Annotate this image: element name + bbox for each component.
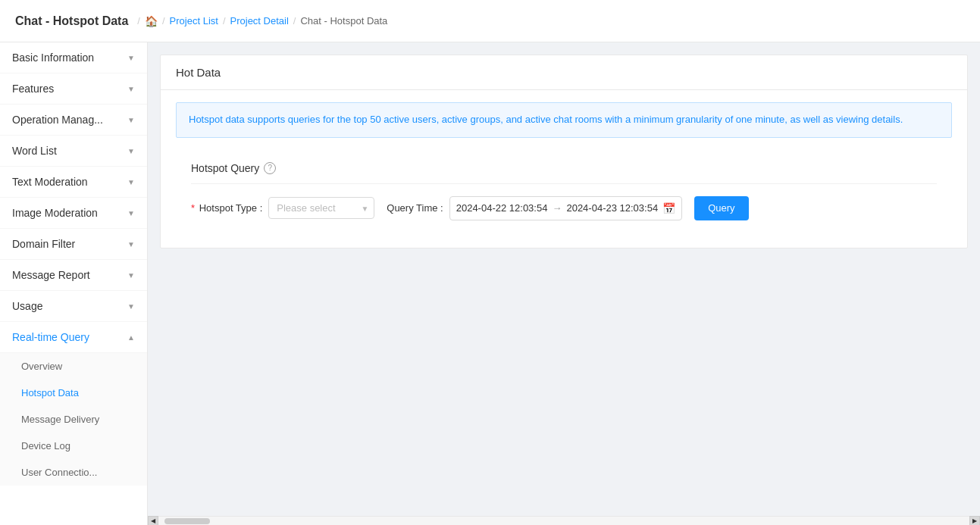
sidebar-item-operation-manage[interactable]: Operation Manag... ▼: [0, 105, 147, 136]
chevron-down-icon: ▼: [127, 54, 135, 62]
sidebar-item-usage[interactable]: Usage ▼: [0, 291, 147, 322]
sidebar-item-basic-information[interactable]: Basic Information ▼: [0, 42, 147, 73]
query-time-label: Query Time :: [387, 202, 443, 214]
sidebar-item-text-moderation[interactable]: Text Moderation ▼: [0, 167, 147, 198]
sidebar-sub-item-label: Message Delivery: [21, 414, 99, 425]
main-content: Hot Data Hotspot data supports queries f…: [148, 42, 980, 525]
breadcrumb-current: Chat - Hotspot Data: [300, 15, 387, 27]
hotspot-type-select[interactable]: Please select: [268, 197, 374, 219]
date-separator: →: [552, 202, 562, 214]
sidebar-item-features[interactable]: Features ▼: [0, 73, 147, 105]
query-time-form-item: Query Time : 2024-04-22 12:03:54 → 2024-…: [387, 196, 682, 220]
sidebar-item-label: Text Moderation: [12, 176, 88, 188]
header: Chat - Hotspot Data / 🏠 / Project List /…: [0, 0, 980, 42]
hotspot-type-label: * Hotspot Type :: [191, 202, 262, 214]
sidebar-item-label: Operation Manag...: [12, 114, 103, 126]
hot-data-card-header: Hot Data: [161, 55, 967, 90]
sidebar-sub-item-label: User Connectio...: [21, 467, 97, 478]
chevron-down-icon: ▼: [127, 209, 135, 217]
main-scroll-area[interactable]: Hot Data Hotspot data supports queries f…: [148, 42, 980, 516]
date-start: 2024-04-22 12:03:54: [456, 202, 548, 214]
sidebar: Basic Information ▼ Features ▼ Operation…: [0, 42, 148, 525]
sidebar-item-label: Domain Filter: [12, 238, 75, 250]
sidebar-item-real-time-query[interactable]: Real-time Query ▲: [0, 322, 147, 353]
scroll-left-arrow[interactable]: ◀: [148, 516, 158, 526]
scroll-thumb[interactable]: [164, 518, 210, 524]
home-icon[interactable]: 🏠: [145, 15, 158, 27]
sidebar-sub-item-hotspot-data[interactable]: Hotspot Data: [0, 380, 147, 406]
hotspot-type-select-wrapper: Please select ▼: [268, 197, 374, 219]
chevron-down-icon: ▼: [127, 178, 135, 186]
date-range-picker[interactable]: 2024-04-22 12:03:54 → 2024-04-23 12:03:5…: [449, 196, 682, 220]
breadcrumb-project-detail[interactable]: Project Detail: [230, 15, 289, 27]
info-box: Hotspot data supports queries for the to…: [176, 102, 952, 138]
chevron-down-icon: ▼: [127, 85, 135, 93]
sidebar-sub-item-overview[interactable]: Overview: [0, 353, 147, 380]
sidebar-sub-item-device-log[interactable]: Device Log: [0, 433, 147, 459]
info-text: Hotspot data supports queries for the to…: [189, 114, 903, 125]
sidebar-item-label: Word List: [12, 145, 57, 157]
sidebar-sub-item-label: Overview: [21, 361, 62, 372]
page-title: Chat - Hotspot Data: [15, 14, 128, 28]
sidebar-item-image-moderation[interactable]: Image Moderation ▼: [0, 198, 147, 229]
sidebar-item-label: Basic Information: [12, 52, 94, 64]
sidebar-item-label: Image Moderation: [12, 207, 98, 219]
sidebar-item-label: Usage: [12, 300, 42, 312]
sidebar-item-word-list[interactable]: Word List ▼: [0, 136, 147, 167]
sidebar-item-domain-filter[interactable]: Domain Filter ▼: [0, 229, 147, 260]
breadcrumb-project-list[interactable]: Project List: [170, 15, 218, 27]
chevron-up-icon: ▲: [127, 333, 135, 342]
date-end: 2024-04-23 12:03:54: [566, 202, 658, 214]
hotspot-query-section: Hotspot Query ? * Hotspot Type :: [176, 150, 952, 236]
required-star: *: [191, 202, 195, 214]
sidebar-sub-item-label: Hotspot Data: [21, 387, 79, 398]
chevron-down-icon: ▼: [127, 271, 135, 280]
hot-data-card-body: Hotspot data supports queries for the to…: [161, 90, 967, 248]
layout: Basic Information ▼ Features ▼ Operation…: [0, 42, 980, 525]
sidebar-item-label: Features: [12, 83, 54, 95]
hot-data-card: Hot Data Hotspot data supports queries f…: [160, 55, 968, 248]
scroll-right-arrow[interactable]: ▶: [969, 516, 980, 526]
chevron-down-icon: ▼: [127, 240, 135, 248]
chevron-down-icon: ▼: [127, 116, 135, 124]
hotspot-query-title: Hotspot Query ?: [191, 162, 937, 184]
chevron-down-icon: ▼: [127, 147, 135, 155]
sidebar-item-message-report[interactable]: Message Report ▼: [0, 260, 147, 291]
chevron-down-icon: ▼: [127, 302, 135, 311]
sidebar-sub-item-message-delivery[interactable]: Message Delivery: [0, 406, 147, 433]
hot-data-title: Hot Data: [176, 66, 221, 79]
hotspot-type-form-item: * Hotspot Type : Please select ▼: [191, 197, 374, 219]
horizontal-scrollbar[interactable]: ◀ ▶: [148, 516, 980, 525]
query-button[interactable]: Query: [694, 196, 748, 220]
help-icon[interactable]: ?: [264, 162, 276, 174]
sidebar-item-label: Real-time Query: [12, 331, 89, 343]
breadcrumb: / 🏠 / Project List / Project Detail / Ch…: [137, 15, 387, 27]
sidebar-sub-item-user-connection[interactable]: User Connectio...: [0, 459, 147, 486]
query-form-row: * Hotspot Type : Please select ▼: [191, 196, 937, 220]
sidebar-item-label: Message Report: [12, 269, 90, 281]
calendar-icon: 📅: [662, 202, 675, 214]
sidebar-sub-item-label: Device Log: [21, 440, 70, 452]
